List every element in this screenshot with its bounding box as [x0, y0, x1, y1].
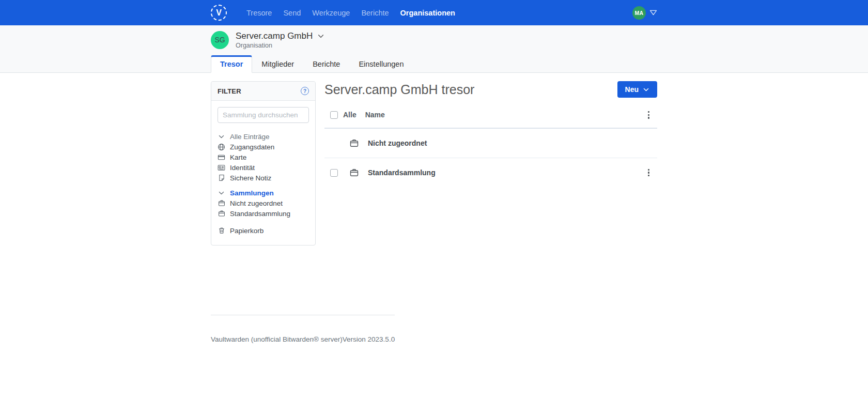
- account-caret-icon: [649, 10, 657, 16]
- table-row: Nicht zugeordnet: [324, 129, 657, 158]
- vaultwarden-logo[interactable]: V: [211, 5, 227, 21]
- nav-item-tresore[interactable]: Tresore: [241, 6, 277, 20]
- id-card-icon: [218, 164, 225, 172]
- chevron-down-icon: [218, 190, 225, 196]
- filter-collection-default[interactable]: Standardsammlung: [218, 208, 309, 219]
- org-name: Server.camp GmbH: [236, 31, 313, 41]
- new-button-label: Neu: [625, 85, 639, 94]
- filter-collection-unassigned[interactable]: Nicht zugeordnet: [218, 198, 309, 208]
- org-switcher[interactable]: Server.camp GmbH: [236, 31, 324, 41]
- brand-letter: V: [216, 9, 222, 17]
- note-icon: [218, 174, 225, 181]
- chevron-down-icon: [317, 33, 324, 40]
- filter-all-items[interactable]: Alle Einträge: [218, 131, 309, 142]
- row-options-menu-button[interactable]: [645, 167, 653, 179]
- collection-icon: [349, 139, 359, 148]
- org-subtitle: Organisation: [236, 42, 324, 49]
- navbar-links: Tresore Send Werkzeuge Berichte Organisa…: [241, 6, 461, 20]
- filter-type-card-label: Karte: [230, 154, 246, 161]
- org-header: SG Server.camp GmbH Organisation Tresor …: [0, 25, 868, 73]
- collection-link-default[interactable]: Standardsammlung: [368, 168, 436, 177]
- account-menu-button[interactable]: MA: [632, 6, 657, 20]
- chevron-down-icon: [643, 86, 649, 93]
- filter-trash-label: Papierkorb: [230, 227, 264, 235]
- table-header: Alle Name: [324, 109, 657, 129]
- filter-type-login[interactable]: Zugangsdaten: [218, 142, 309, 152]
- filter-trash[interactable]: Papierkorb: [218, 225, 309, 236]
- filter-panel: FILTER ? Alle Einträge: [211, 81, 316, 246]
- tab-berichte[interactable]: Berichte: [303, 55, 349, 73]
- filter-collection-default-label: Standardsammlung: [230, 210, 290, 218]
- filter-collections-label: Sammlungen: [230, 189, 274, 197]
- org-tabs: Tresor Mitglieder Berichte Einstellungen: [211, 55, 657, 72]
- user-avatar: MA: [632, 6, 646, 20]
- page-footer: Vaultwarden (unofficial Bitwarden® serve…: [211, 315, 395, 343]
- row-checkbox[interactable]: [330, 169, 338, 177]
- nav-item-send[interactable]: Send: [277, 6, 306, 20]
- filter-type-identity[interactable]: Identität: [218, 162, 309, 173]
- vault-main: Server.camp GmbH tresor Neu Alle Name: [324, 81, 657, 188]
- nav-item-werkzeuge[interactable]: Werkzeuge: [306, 6, 355, 20]
- collection-search-input[interactable]: [218, 107, 309, 123]
- nav-item-organisationen[interactable]: Organisationen: [395, 6, 461, 20]
- filter-type-card[interactable]: Karte: [218, 152, 309, 162]
- collection-icon: [218, 210, 225, 217]
- page-title: Server.camp GmbH tresor: [324, 81, 474, 98]
- name-column-header: Name: [365, 111, 385, 119]
- filter-type-identity-label: Identität: [230, 164, 255, 172]
- filter-type-login-label: Zugangsdaten: [230, 143, 274, 151]
- nav-item-berichte[interactable]: Berichte: [355, 6, 394, 20]
- filter-collection-unassigned-label: Nicht zugeordnet: [230, 200, 283, 207]
- tab-einstellungen[interactable]: Einstellungen: [349, 55, 413, 73]
- select-all-label: Alle: [343, 111, 357, 119]
- collection-icon: [218, 200, 225, 207]
- chevron-down-icon: [218, 133, 225, 140]
- select-all-checkbox[interactable]: [330, 111, 338, 119]
- globe-icon: [218, 143, 225, 151]
- org-avatar: SG: [211, 31, 229, 49]
- collection-link-unassigned[interactable]: Nicht zugeordnet: [368, 139, 427, 147]
- tab-tresor[interactable]: Tresor: [211, 55, 252, 73]
- help-icon[interactable]: ?: [301, 87, 309, 95]
- server-label: Vaultwarden (unofficial Bitwarden® serve…: [211, 335, 343, 343]
- new-button[interactable]: Neu: [617, 81, 657, 98]
- filter-type-securenote[interactable]: Sichere Notiz: [218, 173, 309, 183]
- vaultwarden-logo-icon: V: [211, 5, 227, 21]
- filter-collections-header[interactable]: Sammlungen: [218, 188, 309, 198]
- tab-mitglieder[interactable]: Mitglieder: [252, 55, 303, 73]
- version-label: Version 2023.5.0: [343, 335, 395, 343]
- filter-title: FILTER: [218, 87, 241, 95]
- trash-icon: [218, 227, 225, 234]
- top-navbar: V Tresore Send Werkzeuge Berichte Organi…: [0, 0, 868, 25]
- filter-type-securenote-label: Sichere Notiz: [230, 174, 271, 182]
- credit-card-icon: [218, 154, 225, 161]
- filter-all-items-label: Alle Einträge: [230, 133, 270, 141]
- table-row: Standardsammlung: [324, 158, 657, 188]
- table-options-menu-button[interactable]: [645, 109, 653, 121]
- collections-table: Alle Name Nicht zugeordnet: [324, 109, 657, 188]
- collection-icon: [349, 168, 359, 177]
